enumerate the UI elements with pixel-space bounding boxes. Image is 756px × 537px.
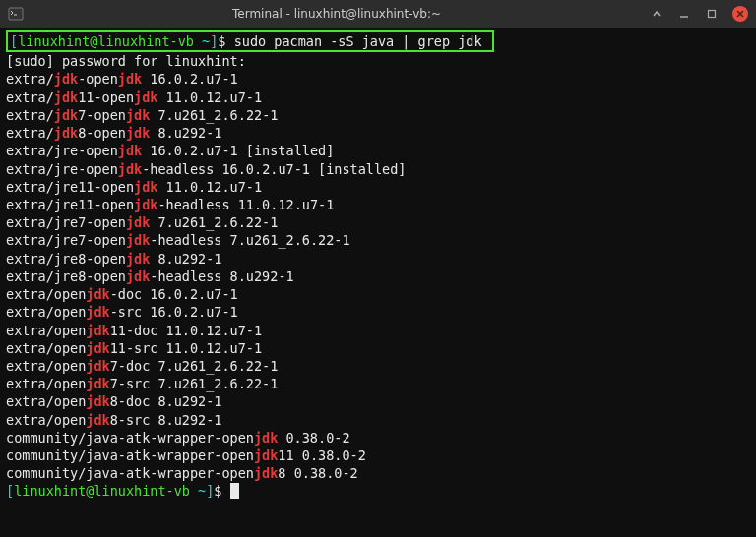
result-line: extra/jre11-openjdk-headless 11.0.12.u7-… <box>6 196 750 213</box>
prompt-dollar: $ <box>218 33 233 49</box>
terminal-content[interactable]: [linuxhint@linuxhint-vb ~]$ sudo pacman … <box>0 28 756 537</box>
prompt-line-1: [linuxhint@linuxhint-vb ~]$ sudo pacman … <box>6 31 750 52</box>
window-title: Terminal - linuxhint@linuxhint-vb:~ <box>24 7 650 21</box>
prompt-bracket-open: [ <box>6 483 14 499</box>
command-text: sudo pacman -sS java | grep jdk <box>234 33 482 49</box>
prompt-line-2: [linuxhint@linuxhint-vb ~]$ <box>6 482 750 500</box>
sudo-prompt: [sudo] password for linuxhint: <box>6 52 750 70</box>
result-line: extra/openjdk8-doc 8.u292-1 <box>6 392 750 410</box>
titlebar[interactable]: Terminal - linuxhint@linuxhint-vb:~ <box>0 0 756 28</box>
terminal-window: Terminal - linuxhint@linuxhint-vb:~ [lin… <box>0 0 756 537</box>
result-line: extra/jdk11-openjdk 11.0.12.u7-1 <box>6 89 750 106</box>
prompt-user: linuxhint@linuxhint-vb <box>14 483 190 499</box>
window-controls <box>650 6 748 22</box>
terminal-app-icon <box>8 6 24 22</box>
result-line: extra/openjdk-src 16.0.2.u7-1 <box>6 303 750 321</box>
prompt-path: ~ <box>194 33 210 49</box>
result-line: extra/jre7-openjdk-headless 7.u261_2.6.2… <box>6 231 750 249</box>
prompt-user: linuxhint@linuxhint-vb <box>18 33 194 49</box>
result-line: extra/openjdk11-src 11.0.12.u7-1 <box>6 339 750 357</box>
result-line: extra/openjdk11-doc 11.0.12.u7-1 <box>6 322 750 339</box>
result-line: extra/openjdk7-doc 7.u261_2.6.22-1 <box>6 357 750 375</box>
command-highlight-box: [linuxhint@linuxhint-vb ~]$ sudo pacman … <box>6 30 494 52</box>
svg-rect-0 <box>9 8 23 20</box>
result-line: extra/jre8-openjdk 8.u292-1 <box>6 250 750 268</box>
minimize-button[interactable] <box>677 7 691 21</box>
result-line: extra/jdk-openjdk 16.0.2.u7-1 <box>6 70 750 88</box>
result-line: extra/jdk7-openjdk 7.u261_2.6.22-1 <box>6 106 750 124</box>
result-line: extra/jre7-openjdk 7.u261_2.6.22-1 <box>6 213 750 231</box>
caret-up-icon[interactable] <box>650 7 663 21</box>
result-line: extra/openjdk7-src 7.u261_2.6.22-1 <box>6 375 750 392</box>
result-line: extra/jre-openjdk-headless 16.0.2.u7-1 [… <box>6 160 750 178</box>
result-line: extra/openjdk8-src 8.u292-1 <box>6 411 750 429</box>
result-line: community/java-atk-wrapper-openjdk 0.38.… <box>6 429 750 447</box>
result-line: community/java-atk-wrapper-openjdk8 0.38… <box>6 464 750 482</box>
result-line: extra/jdk8-openjdk 8.u292-1 <box>6 124 750 142</box>
cursor <box>230 483 239 499</box>
prompt-bracket-open: [ <box>10 33 18 49</box>
results-list: extra/jdk-openjdk 16.0.2.u7-1extra/jdk11… <box>6 70 750 482</box>
result-line: extra/openjdk-doc 16.0.2.u7-1 <box>6 285 750 303</box>
svg-rect-3 <box>709 11 716 18</box>
result-line: extra/jre-openjdk 16.0.2.u7-1 [installed… <box>6 142 750 159</box>
prompt-path: ~ <box>190 483 206 499</box>
maximize-button[interactable] <box>705 7 719 21</box>
result-line: extra/jre8-openjdk-headless 8.u292-1 <box>6 268 750 285</box>
prompt-dollar: $ <box>214 483 229 499</box>
titlebar-left <box>8 6 24 22</box>
result-line: extra/jre11-openjdk 11.0.12.u7-1 <box>6 178 750 196</box>
close-button[interactable] <box>732 6 748 22</box>
result-line: community/java-atk-wrapper-openjdk11 0.3… <box>6 447 750 464</box>
